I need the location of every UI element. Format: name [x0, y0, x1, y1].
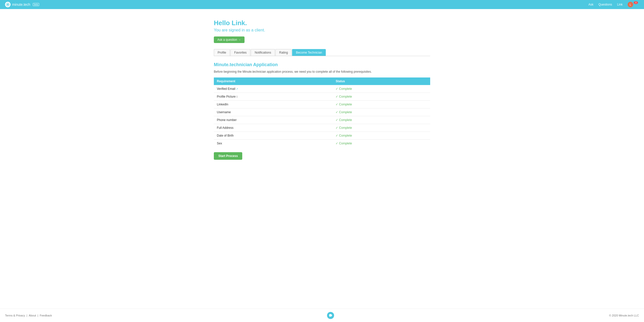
greeting-title: Hello Link.: [214, 19, 430, 27]
status-badge: ✓ Complete: [336, 110, 427, 114]
user-nav: L 25: [628, 2, 639, 7]
greeting-subtitle: You are signed in as a client.: [214, 28, 430, 32]
table-row: Verified Email ↗✓ Complete: [214, 85, 430, 93]
nav-link[interactable]: Link: [617, 3, 623, 6]
status-cell: ✓ Complete: [333, 93, 430, 101]
tab-favorites[interactable]: Favorites: [230, 49, 250, 56]
requirement-cell: Sex: [214, 140, 333, 147]
requirement-cell: Verified Email ↗: [214, 85, 333, 93]
table-row: Username✓ Complete: [214, 108, 430, 116]
table-row: Full Address✓ Complete: [214, 124, 430, 132]
tab-rating[interactable]: Rating: [275, 49, 292, 56]
requirement-cell: Username: [214, 108, 333, 116]
ask-question-button[interactable]: Ask a question →: [214, 36, 245, 43]
status-cell: ✓ Complete: [333, 101, 430, 108]
requirement-cell: Date of Birth: [214, 132, 333, 140]
col-status: Status: [333, 77, 430, 85]
brand-logo: [5, 2, 11, 7]
status-badge: ✓ Complete: [336, 95, 427, 98]
requirement-cell: LinkedIn: [214, 101, 333, 108]
tab-profile[interactable]: Profile: [214, 49, 230, 56]
status-badge: ✓ Complete: [336, 87, 427, 91]
status-cell: ✓ Complete: [333, 108, 430, 116]
beta-badge: beta: [33, 3, 39, 6]
brand-name: minute.tech: [12, 3, 30, 7]
svg-point-1: [7, 4, 9, 5]
status-cell: ✓ Complete: [333, 116, 430, 124]
status-cell: ✓ Complete: [333, 85, 430, 93]
avatar[interactable]: L: [628, 2, 633, 7]
col-requirement: Requirement: [214, 77, 333, 85]
status-cell: ✓ Complete: [333, 132, 430, 140]
tabs: Profile Favorites Notifications Rating B…: [214, 49, 430, 56]
status-badge: ✓ Complete: [336, 134, 427, 137]
main-content: Hello Link. You are signed in as a clien…: [209, 9, 435, 175]
status-badge: ✓ Complete: [336, 118, 427, 122]
nav-links: Ask Questions Link L 25: [588, 2, 639, 7]
requirement-cell: Phone number: [214, 116, 333, 124]
external-link-icon[interactable]: ↗: [235, 88, 238, 90]
navbar: minute.tech beta Ask Questions Link L 25: [0, 0, 644, 9]
status-badge: ✓ Complete: [336, 103, 427, 106]
requirements-table: Requirement Status Verified Email ↗✓ Com…: [214, 77, 430, 147]
info-icon[interactable]: ℹ: [236, 95, 237, 98]
start-process-button[interactable]: Start Process: [214, 152, 242, 160]
table-row: Sex✓ Complete: [214, 140, 430, 147]
table-row: Date of Birth✓ Complete: [214, 132, 430, 140]
tab-become-technician[interactable]: Become Technician: [292, 49, 326, 56]
requirement-cell: Profile Picture ℹ: [214, 93, 333, 101]
status-cell: ✓ Complete: [333, 124, 430, 132]
status-badge: ✓ Complete: [336, 126, 427, 130]
requirement-cell: Full Address: [214, 124, 333, 132]
nav-questions[interactable]: Questions: [598, 3, 612, 6]
table-row: Profile Picture ℹ✓ Complete: [214, 93, 430, 101]
application-description: Before beginning the Minute.technician a…: [214, 70, 430, 73]
tab-notifications[interactable]: Notifications: [251, 49, 275, 56]
brand: minute.tech beta: [5, 2, 39, 7]
status-cell: ✓ Complete: [333, 140, 430, 147]
table-row: Phone number✓ Complete: [214, 116, 430, 124]
nav-ask[interactable]: Ask: [588, 3, 593, 6]
application-title: Minute.technician Application: [214, 62, 430, 67]
status-badge: ✓ Complete: [336, 142, 427, 145]
notification-badge[interactable]: 25: [634, 1, 638, 4]
table-row: LinkedIn✓ Complete: [214, 101, 430, 108]
